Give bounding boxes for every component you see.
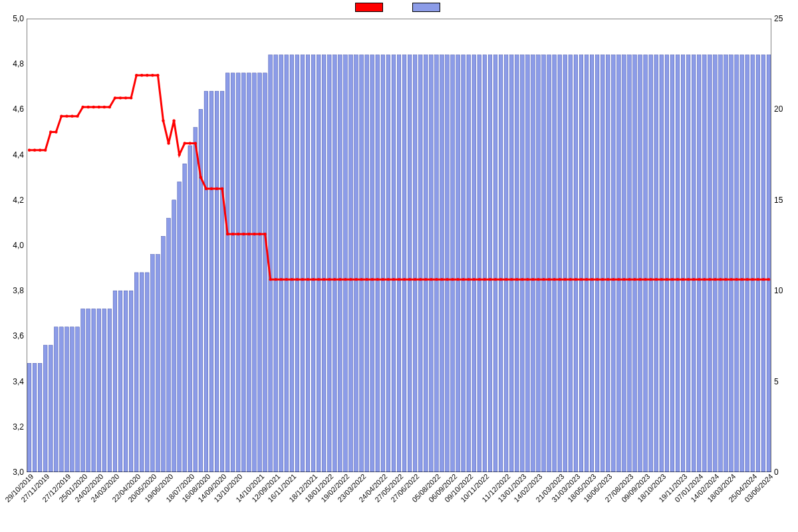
bar bbox=[509, 55, 513, 472]
svg-point-63 bbox=[269, 278, 271, 281]
bar bbox=[740, 55, 744, 472]
bar bbox=[108, 309, 112, 472]
svg-point-86 bbox=[392, 278, 395, 281]
svg-point-44 bbox=[167, 142, 170, 144]
bar bbox=[178, 182, 182, 472]
svg-point-103 bbox=[483, 278, 486, 281]
bar bbox=[344, 55, 348, 472]
bar bbox=[585, 55, 589, 472]
svg-point-89 bbox=[408, 278, 411, 281]
svg-point-109 bbox=[515, 278, 518, 281]
bar bbox=[295, 55, 299, 472]
svg-point-49 bbox=[194, 142, 197, 144]
y-right-tick-label: 0 bbox=[774, 467, 798, 477]
svg-point-133 bbox=[644, 278, 646, 281]
svg-point-82 bbox=[371, 278, 374, 281]
plot-area bbox=[27, 19, 771, 472]
y-right-tick-label: 25 bbox=[774, 14, 798, 23]
svg-point-114 bbox=[542, 278, 545, 281]
bar bbox=[102, 309, 106, 472]
bar bbox=[408, 55, 412, 472]
bar bbox=[317, 55, 321, 472]
bar bbox=[644, 55, 648, 472]
bar bbox=[628, 55, 632, 472]
svg-point-100 bbox=[467, 278, 470, 281]
svg-point-87 bbox=[398, 278, 400, 281]
svg-point-32 bbox=[103, 106, 106, 108]
y-left-tick-label: 4,2 bbox=[0, 196, 24, 205]
bar bbox=[145, 273, 149, 472]
svg-point-31 bbox=[98, 106, 100, 108]
svg-point-154 bbox=[757, 278, 759, 281]
svg-point-129 bbox=[622, 278, 625, 281]
svg-point-41 bbox=[151, 74, 154, 76]
svg-point-30 bbox=[92, 106, 95, 108]
bar bbox=[370, 55, 374, 472]
bar bbox=[751, 55, 755, 472]
bar bbox=[118, 291, 122, 472]
svg-point-140 bbox=[682, 278, 684, 281]
y-left-tick-label: 3,8 bbox=[0, 286, 24, 295]
svg-point-153 bbox=[751, 278, 754, 281]
bar bbox=[504, 55, 508, 472]
svg-point-115 bbox=[547, 278, 550, 281]
svg-point-126 bbox=[606, 278, 609, 281]
svg-point-122 bbox=[585, 278, 588, 281]
bar bbox=[462, 55, 466, 472]
bar bbox=[553, 55, 557, 472]
bar bbox=[531, 55, 535, 472]
bar bbox=[140, 273, 144, 472]
bar bbox=[418, 55, 422, 472]
svg-point-78 bbox=[349, 278, 352, 281]
svg-point-132 bbox=[638, 278, 641, 281]
bar bbox=[247, 73, 251, 472]
svg-point-149 bbox=[730, 278, 732, 281]
bar bbox=[590, 55, 594, 472]
bar bbox=[327, 55, 331, 472]
svg-point-48 bbox=[189, 142, 192, 144]
bar bbox=[376, 55, 380, 472]
legend-swatch-red bbox=[355, 3, 383, 12]
svg-point-136 bbox=[660, 278, 663, 281]
svg-point-118 bbox=[564, 278, 567, 281]
bar bbox=[285, 55, 289, 472]
svg-point-101 bbox=[473, 278, 475, 281]
svg-point-76 bbox=[338, 278, 341, 281]
svg-point-144 bbox=[703, 278, 706, 281]
bar bbox=[253, 73, 257, 472]
y-right-tick-label: 20 bbox=[774, 104, 798, 114]
svg-point-62 bbox=[263, 233, 266, 235]
svg-point-142 bbox=[692, 278, 695, 281]
svg-point-97 bbox=[451, 278, 454, 281]
svg-point-75 bbox=[333, 278, 336, 281]
svg-point-81 bbox=[365, 278, 368, 281]
bar bbox=[638, 55, 642, 472]
svg-point-110 bbox=[521, 278, 523, 281]
bar bbox=[499, 55, 503, 472]
bar bbox=[27, 363, 31, 472]
bar bbox=[542, 55, 546, 472]
svg-point-71 bbox=[312, 278, 315, 281]
legend bbox=[0, 3, 798, 12]
svg-point-151 bbox=[740, 278, 743, 281]
bar bbox=[702, 55, 706, 472]
bar bbox=[81, 309, 85, 472]
bar bbox=[413, 55, 417, 472]
bar bbox=[38, 363, 42, 472]
bar bbox=[360, 55, 364, 472]
svg-point-125 bbox=[601, 278, 604, 281]
y-left-tick-label: 3,0 bbox=[0, 467, 24, 477]
bar bbox=[654, 55, 658, 472]
svg-point-36 bbox=[124, 96, 127, 99]
bar bbox=[563, 55, 567, 472]
svg-point-43 bbox=[162, 119, 164, 122]
bar bbox=[172, 200, 176, 472]
y-right-tick-label: 5 bbox=[774, 377, 798, 386]
bar bbox=[209, 91, 213, 472]
bar bbox=[686, 55, 690, 472]
bar bbox=[745, 55, 749, 472]
bar bbox=[397, 55, 401, 472]
svg-point-128 bbox=[617, 278, 620, 281]
svg-point-37 bbox=[130, 96, 132, 99]
svg-point-106 bbox=[499, 278, 502, 281]
